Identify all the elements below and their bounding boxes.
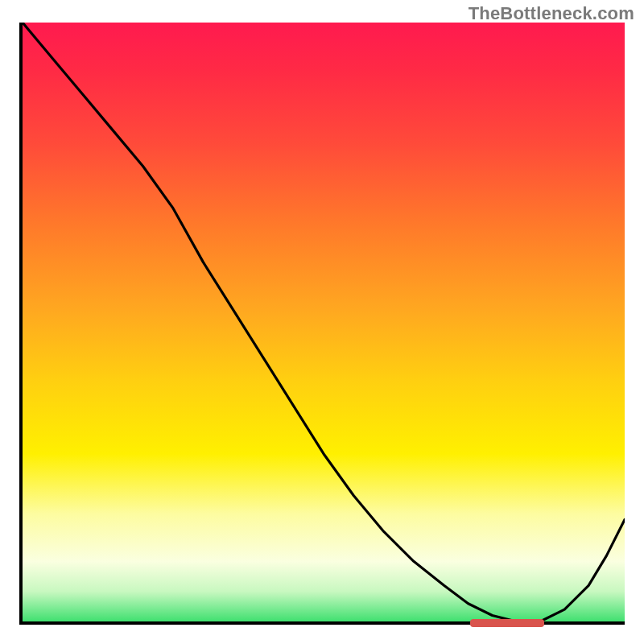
plot-area	[19, 23, 625, 625]
minimum-marker	[470, 619, 544, 627]
watermark-text: TheBottleneck.com	[469, 3, 634, 24]
chart-container: TheBottleneck.com	[0, 0, 644, 644]
bottleneck-curve	[23, 23, 625, 621]
curve-layer	[23, 23, 625, 621]
